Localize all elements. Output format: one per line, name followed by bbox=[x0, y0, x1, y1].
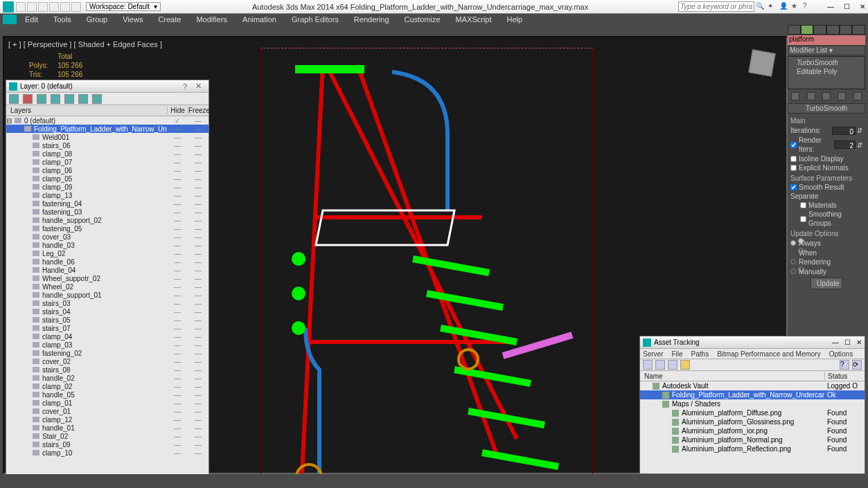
asset-refresh-icon[interactable] bbox=[643, 360, 653, 370]
layer-row[interactable]: handle_02—— bbox=[6, 374, 209, 382]
layer-row[interactable]: stairs_08—— bbox=[6, 365, 209, 374]
maximize-icon[interactable]: ☐ bbox=[844, 3, 850, 10]
radio-when-rendering[interactable]: When Rendering bbox=[790, 248, 862, 266]
help-icon[interactable]: ? bbox=[803, 2, 812, 11]
layer-row[interactable]: Handle_04—— bbox=[6, 266, 209, 274]
materials-check[interactable]: Materials bbox=[790, 201, 862, 210]
asset-close-icon[interactable]: ✕ bbox=[856, 338, 862, 346]
layer-row[interactable]: clamp_05—— bbox=[6, 174, 209, 183]
asset-help-icon[interactable]: ? bbox=[840, 360, 849, 370]
radio-always[interactable]: Always bbox=[790, 238, 862, 248]
menu-rendering[interactable]: Rendering bbox=[347, 15, 396, 24]
menu-grapheditors[interactable]: Graph Editors bbox=[285, 15, 346, 24]
exchange-icon[interactable]: ✦ bbox=[768, 2, 777, 11]
layer-row[interactable]: handle_05—— bbox=[6, 390, 209, 399]
layer-row[interactable]: clamp_13—— bbox=[6, 191, 209, 199]
menu-create[interactable]: Create bbox=[151, 15, 188, 24]
help-search-icon[interactable]: 🔍 bbox=[756, 2, 765, 11]
asset-menu-paths[interactable]: Paths bbox=[691, 350, 709, 358]
layer-row[interactable]: clamp_06—— bbox=[6, 166, 209, 174]
layer-row[interactable]: cover_02—— bbox=[6, 357, 209, 365]
asset-max-icon[interactable]: ☐ bbox=[844, 338, 851, 346]
layer-row[interactable]: clamp_12—— bbox=[6, 415, 209, 424]
layer-list[interactable]: ⊟ 0 (default) ✓— Folding_Platform_Ladder… bbox=[6, 116, 209, 478]
layer-highlight-icon[interactable] bbox=[64, 94, 74, 104]
layer-row[interactable]: cover_03—— bbox=[6, 233, 209, 241]
layer-row[interactable]: stairs_09—— bbox=[6, 440, 209, 449]
layer-hide-icon[interactable] bbox=[78, 94, 88, 104]
open-icon[interactable] bbox=[27, 2, 37, 12]
undo-icon[interactable] bbox=[49, 2, 59, 12]
layer-row[interactable]: fastening_02—— bbox=[6, 349, 209, 357]
layer-row[interactable]: handle_03—— bbox=[6, 241, 209, 249]
menu-modifiers[interactable]: Modifiers bbox=[189, 15, 234, 24]
layer-row[interactable]: Wheel_suppotr_02—— bbox=[6, 274, 209, 282]
signin-icon[interactable]: 👤 bbox=[779, 2, 788, 11]
layer-close-icon[interactable]: ✕ bbox=[195, 82, 202, 91]
smooth-result-check[interactable]: Smooth Result bbox=[790, 183, 862, 192]
asset-row[interactable]: Folding_Platform_Ladder_with_Narrow_Unde… bbox=[640, 390, 865, 399]
menu-tools[interactable]: Tools bbox=[46, 15, 78, 24]
layer-row[interactable]: handle_support_02—— bbox=[6, 216, 209, 224]
asset-row[interactable]: Aluminium_platform_Normal.pngFound bbox=[640, 435, 865, 444]
spinner-icon[interactable]: ⇵ bbox=[857, 126, 862, 135]
layer-row[interactable]: fastening_04—— bbox=[6, 199, 209, 208]
show-icon[interactable] bbox=[807, 92, 815, 100]
menu-animation[interactable]: Animation bbox=[236, 15, 283, 24]
object-name-field[interactable]: platform bbox=[788, 35, 865, 45]
layer-row[interactable]: clamp_09—— bbox=[6, 183, 209, 191]
viewport-label[interactable]: [ + ] [ Perspective ] [ Shaded + Edged F… bbox=[8, 40, 162, 48]
asset-list[interactable]: Autodesk VaultLogged OFolding_Platform_L… bbox=[640, 381, 865, 473]
tab-display-icon[interactable] bbox=[840, 25, 853, 35]
viewcube-icon[interactable] bbox=[748, 49, 775, 76]
layer-title-bar[interactable]: Layer: 0 (default) ? ✕ bbox=[6, 80, 209, 93]
modifier-stack[interactable]: TurboSmooth Editable Poly bbox=[788, 56, 865, 89]
asset-row[interactable]: Aluminium_platform_ior.pngFound bbox=[640, 426, 865, 435]
tab-motion-icon[interactable] bbox=[826, 25, 840, 35]
redo-icon[interactable] bbox=[60, 2, 70, 12]
app-menu-icon[interactable] bbox=[3, 15, 17, 24]
layer-row[interactable]: handle_01—— bbox=[6, 424, 209, 432]
asset-row[interactable]: Maps / Shaders bbox=[640, 399, 865, 408]
layer-row[interactable]: stairs_07—— bbox=[6, 324, 209, 332]
layer-new-icon[interactable] bbox=[9, 94, 19, 104]
menu-edit[interactable]: Edit bbox=[18, 15, 45, 24]
layer-row[interactable]: clamp_10—— bbox=[6, 449, 209, 457]
layer-row[interactable]: fastening_03—— bbox=[6, 208, 209, 216]
asset-row[interactable]: Aluminium_platform_Reflection.pngFound bbox=[640, 444, 865, 453]
layer-row[interactable]: handle_support_01—— bbox=[6, 291, 209, 299]
asset-row[interactable]: Aluminium_platform_Diffuse.pngFound bbox=[640, 408, 865, 417]
configure-icon[interactable] bbox=[853, 92, 862, 100]
tab-utilities-icon[interactable] bbox=[852, 25, 865, 35]
layer-freeze-icon[interactable] bbox=[92, 94, 102, 104]
layer-row[interactable]: clamp_03—— bbox=[6, 341, 209, 349]
layer-row[interactable]: clamp_07—— bbox=[6, 158, 209, 166]
layer-row[interactable]: cover_01—— bbox=[6, 407, 209, 415]
tab-modify-icon[interactable] bbox=[801, 25, 814, 35]
rollout-turbosmooth[interactable]: TurboSmooth bbox=[788, 103, 865, 114]
pin-icon[interactable] bbox=[791, 92, 799, 100]
smoothing-groups-check[interactable]: Smoothing Groups bbox=[790, 210, 862, 228]
layer-add-icon[interactable] bbox=[37, 94, 46, 104]
menu-customize[interactable]: Customize bbox=[398, 15, 448, 24]
modifier-list[interactable]: Modifier List ▾ bbox=[788, 46, 865, 55]
radio-manually[interactable]: Manually bbox=[790, 266, 862, 276]
layer-row[interactable]: stairs_06—— bbox=[6, 141, 209, 150]
asset-min-icon[interactable]: — bbox=[832, 338, 839, 346]
layer-row[interactable]: stairs_05—— bbox=[6, 316, 209, 324]
render-iters-check[interactable]: Render Iters: bbox=[790, 136, 833, 154]
search-input[interactable] bbox=[678, 1, 754, 12]
tab-hierarchy-icon[interactable] bbox=[813, 25, 826, 35]
isoline-check[interactable]: Isoline Display bbox=[790, 154, 862, 163]
asset-view3-icon[interactable] bbox=[680, 360, 690, 370]
asset-view1-icon[interactable] bbox=[655, 360, 665, 370]
stack-turbosmooth[interactable]: TurboSmooth bbox=[790, 58, 863, 67]
render-iters-field[interactable]: 2 bbox=[834, 141, 856, 149]
layer-select-icon[interactable] bbox=[51, 94, 60, 104]
asset-reload-icon[interactable]: ⟳ bbox=[852, 360, 862, 370]
favorite-icon[interactable]: ★ bbox=[791, 2, 800, 11]
remove-icon[interactable] bbox=[838, 92, 846, 100]
stack-editpoly[interactable]: Editable Poly bbox=[790, 67, 863, 76]
layer-row[interactable]: Wheel_02—— bbox=[6, 282, 209, 291]
close-icon[interactable]: ✕ bbox=[860, 3, 865, 10]
